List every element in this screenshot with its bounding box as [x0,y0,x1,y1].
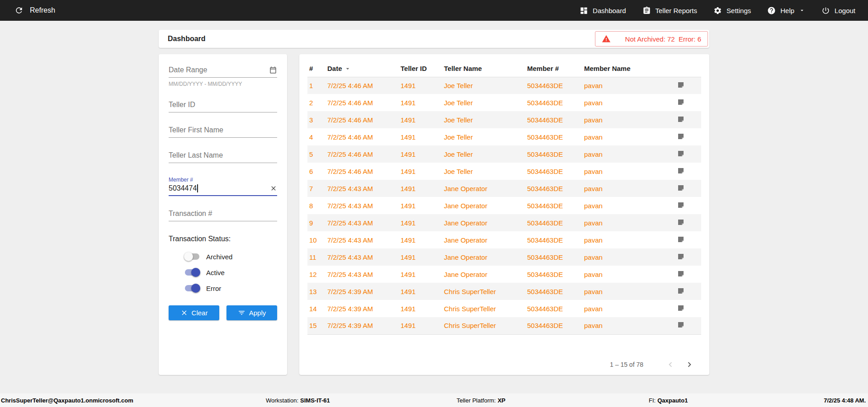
nav-teller-reports[interactable]: Teller Reports [642,6,698,15]
nav-logout[interactable]: Logout [821,6,855,15]
row-member-name: pavan [582,111,675,128]
active-toggle[interactable] [184,268,200,277]
filter-icon [238,309,245,317]
col-header-teller-id[interactable]: Teller ID [399,61,442,77]
row-member-name: pavan [582,266,675,283]
previous-page-button[interactable] [664,358,677,371]
nav-settings[interactable]: Settings [713,6,751,15]
gear-icon [713,6,722,15]
clear-button-label: Clear [192,309,208,317]
table-row[interactable]: 1 7/2/25 4:46 AM 1491 Joe Teller 5034463… [307,77,701,94]
archived-toggle[interactable] [184,252,200,261]
table-row[interactable]: 6 7/2/25 4:46 AM 1491 Joe Teller 5034463… [307,163,701,180]
row-teller-name: Joe Teller [442,145,525,163]
table-row[interactable]: 13 7/2/25 4:39 AM 1491 Chris SuperTeller… [307,283,701,300]
teller-platform-info: Teller Platform:XP [457,397,505,404]
next-page-button[interactable] [683,358,696,371]
row-member-name: pavan [582,180,675,197]
table-row[interactable]: 8 7/2/25 4:43 AM 1491 Jane Operator 5034… [307,197,701,214]
error-toggle[interactable] [184,284,200,293]
table-row[interactable]: 11 7/2/25 4:43 AM 1491 Jane Operator 503… [307,248,701,266]
row-member-number: 5034463DE [525,128,582,145]
note-icon[interactable] [677,150,684,157]
note-icon[interactable] [677,287,684,295]
toggle-archived[interactable]: Archived [169,252,277,261]
note-icon[interactable] [677,236,684,243]
paginator: 1 – 15 of 78 [307,358,701,371]
archived-toggle-label: Archived [206,253,232,261]
current-datetime: 7/2/25 4:48 AM. [824,397,866,404]
table-row[interactable]: 12 7/2/25 4:43 AM 1491 Jane Operator 503… [307,266,701,283]
not-archived-alert[interactable]: Not Archived: 72 Error: 6 [595,31,708,47]
table-row[interactable]: 3 7/2/25 4:46 AM 1491 Joe Teller 5034463… [307,111,701,128]
row-teller-name: Joe Teller [442,111,525,128]
table-row[interactable]: 14 7/2/25 4:39 AM 1491 Chris SuperTeller… [307,300,701,317]
nav-dashboard[interactable]: Dashboard [580,6,626,15]
clear-button[interactable]: Clear [169,305,219,320]
note-icon[interactable] [677,304,684,312]
row-number: 3 [307,111,326,128]
page-title: Dashboard [168,35,206,43]
row-teller-id: 1491 [399,111,442,128]
table-row[interactable]: 2 7/2/25 4:46 AM 1491 Joe Teller 5034463… [307,94,701,111]
table-body: 1 7/2/25 4:46 AM 1491 Joe Teller 5034463… [307,77,701,334]
calendar-icon[interactable] [269,66,277,74]
note-icon[interactable] [677,98,684,106]
row-teller-name: Jane Operator [442,197,525,214]
row-teller-name: Jane Operator [442,266,525,283]
table-row[interactable]: 15 7/2/25 4:39 AM 1491 Chris SuperTeller… [307,317,701,334]
transactions-table: # Date Teller ID Teller Name [307,61,701,335]
col-header-member-name[interactable]: Member Name [582,61,675,77]
member-number-input[interactable]: 5034474 [169,184,270,192]
note-icon[interactable] [677,133,684,140]
col-header-actions [675,61,701,77]
row-teller-name: Jane Operator [442,214,525,231]
row-teller-id: 1491 [399,283,442,300]
note-icon[interactable] [677,270,684,277]
teller-last-name-input[interactable] [169,151,277,159]
table-row[interactable]: 4 7/2/25 4:46 AM 1491 Joe Teller 5034463… [307,128,701,145]
note-icon[interactable] [677,321,684,328]
row-teller-name: Joe Teller [442,77,525,94]
row-date: 7/2/25 4:39 AM [326,300,399,317]
row-member-number: 5034463DE [525,231,582,248]
transaction-number-input[interactable] [169,210,277,218]
table-row[interactable]: 9 7/2/25 4:43 AM 1491 Jane Operator 5034… [307,214,701,231]
refresh-button[interactable]: Refresh [14,6,55,15]
note-icon[interactable] [677,253,684,260]
nav-help[interactable]: Help [767,6,805,15]
note-icon[interactable] [677,81,684,89]
row-date: 7/2/25 4:43 AM [326,214,399,231]
row-member-number: 5034463DE [525,163,582,180]
col-header-teller-name[interactable]: Teller Name [442,61,525,77]
table-header-row: # Date Teller ID Teller Name [307,61,701,77]
logged-in-user: ChrisSuperTeller@Qaxpauto1.onmicrosoft.c… [1,397,133,404]
row-member-number: 5034463DE [525,94,582,111]
filter-panel: MM/DD/YYYY - MM/DD/YYYY [159,54,287,375]
note-icon[interactable] [677,184,684,192]
row-number: 13 [307,283,326,300]
col-header-member-num[interactable]: Member # [525,61,582,77]
row-member-number: 5034463DE [525,145,582,163]
teller-id-input[interactable] [169,101,277,109]
row-teller-id: 1491 [399,317,442,334]
col-header-num[interactable]: # [307,61,326,77]
row-member-name: pavan [582,128,675,145]
clear-member-icon[interactable] [270,185,277,192]
table-row[interactable]: 5 7/2/25 4:46 AM 1491 Joe Teller 5034463… [307,145,701,163]
note-icon[interactable] [677,219,684,226]
note-icon[interactable] [677,116,684,123]
teller-first-name-input[interactable] [169,126,277,134]
row-teller-name: Joe Teller [442,94,525,111]
note-icon[interactable] [677,201,684,209]
col-header-date[interactable]: Date [326,61,399,77]
table-row[interactable]: 7 7/2/25 4:43 AM 1491 Jane Operator 5034… [307,180,701,197]
toggle-active[interactable]: Active [169,268,277,277]
note-icon[interactable] [677,167,684,174]
apply-button[interactable]: Apply [226,305,277,320]
toggle-error[interactable]: Error [169,284,277,293]
row-member-name: pavan [582,317,675,334]
date-range-input[interactable] [169,66,269,74]
topbar-nav: Dashboard Teller Reports Settings Help [580,6,855,15]
table-row[interactable]: 10 7/2/25 4:43 AM 1491 Jane Operator 503… [307,231,701,248]
